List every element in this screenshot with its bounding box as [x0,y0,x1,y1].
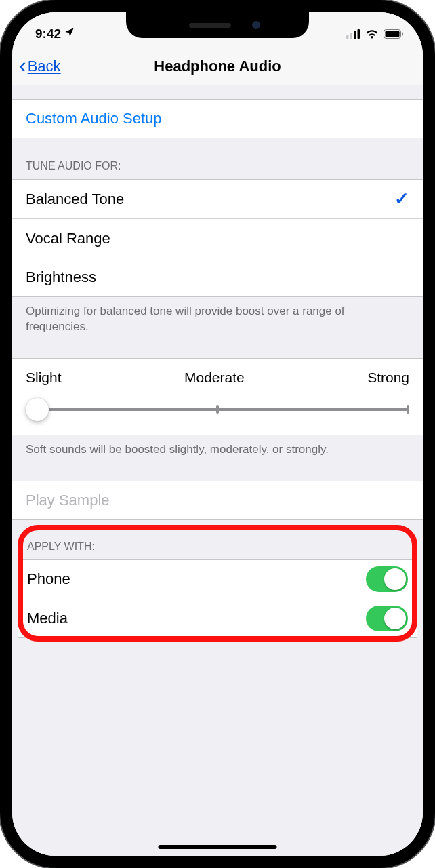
tune-option-label: Vocal Range [26,230,409,248]
apply-with-section-highlight: APPLY WITH: Phone Media [18,527,417,638]
apply-phone-label: Phone [27,570,366,588]
svg-rect-3 [358,29,360,39]
apply-media-label: Media [27,610,366,627]
apply-with-header: APPLY WITH: [18,527,417,559]
wifi-icon [365,29,379,39]
custom-audio-setup-cell[interactable]: Custom Audio Setup [12,99,423,138]
play-sample-label: Play Sample [26,492,409,509]
volume-up-button [0,189,1,241]
back-button[interactable]: ‹ Back [12,57,61,76]
back-label: Back [28,58,61,75]
apply-media-toggle[interactable] [366,606,408,631]
navigation-bar: ‹ Back Headphone Audio [12,47,423,85]
apply-phone-cell[interactable]: Phone [18,559,417,599]
tune-option-balanced[interactable]: Balanced Tone ✓ [12,179,423,218]
slider-thumb[interactable] [26,398,49,421]
play-sample-cell[interactable]: Play Sample [12,481,423,520]
tune-option-label: Brightness [26,269,409,286]
boost-slider-cell: Slight Moderate Strong [12,358,423,435]
tune-option-label: Balanced Tone [26,191,394,208]
apply-phone-toggle[interactable] [366,566,408,592]
tune-option-brightness[interactable]: Brightness [12,258,423,297]
tune-footer-text: Optimizing for balanced tone will provid… [12,297,423,344]
device-notch [126,12,309,38]
battery-icon [384,29,404,39]
svg-rect-1 [350,33,353,39]
tune-audio-header: TUNE AUDIO FOR: [12,138,423,179]
location-icon [64,27,75,41]
tune-option-vocal[interactable]: Vocal Range [12,218,423,258]
svg-rect-6 [402,33,403,36]
home-indicator[interactable] [159,845,277,849]
slider-label-strong: Strong [367,370,409,386]
boost-slider[interactable] [26,398,409,420]
svg-rect-2 [354,31,356,39]
status-time: 9:42 [35,26,61,41]
slider-footer-text: Soft sounds will be boosted slightly, mo… [12,435,423,467]
slider-label-slight: Slight [26,370,62,386]
volume-down-button [0,256,1,309]
silence-switch [0,138,1,165]
slider-labels: Slight Moderate Strong [26,370,409,386]
chevron-left-icon: ‹ [19,54,26,76]
custom-audio-setup-label: Custom Audio Setup [26,110,409,127]
apply-media-cell[interactable]: Media [18,599,417,638]
page-title: Headphone Audio [12,58,423,75]
svg-rect-0 [346,35,349,39]
svg-rect-5 [386,31,400,37]
slider-label-moderate: Moderate [184,370,245,386]
cellular-signal-icon [346,29,360,39]
checkmark-icon: ✓ [394,189,409,210]
